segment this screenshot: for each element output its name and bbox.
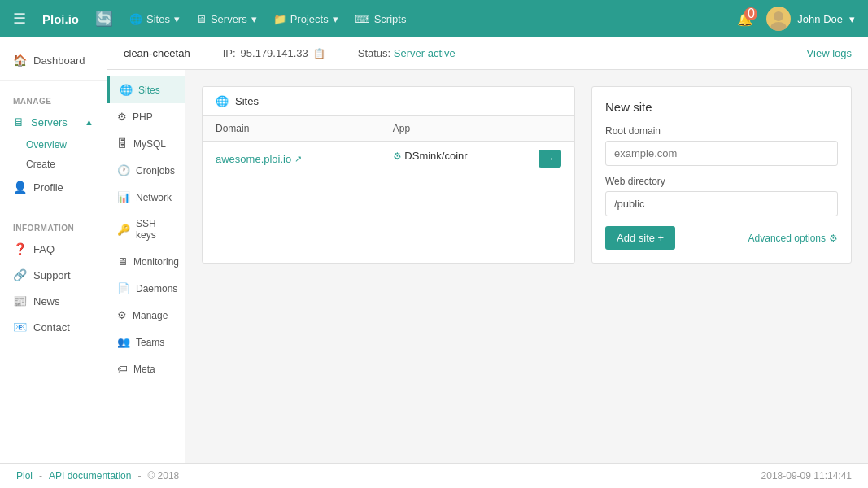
app-layout: 🏠 Dashboard MANAGE 🖥 Servers ▲ Overview … bbox=[0, 37, 868, 488]
sidebar-servers-label: Servers bbox=[31, 116, 68, 129]
advanced-options-link[interactable]: Advanced options ⚙ bbox=[748, 233, 838, 244]
footer: Ploi - API documentation - © 2018 2018-0… bbox=[0, 463, 868, 488]
server-nav-network[interactable]: 📊 Network bbox=[107, 184, 185, 211]
app-cell: ⚙ DSmink/coinr → bbox=[380, 142, 574, 176]
brand-name: Ploi.io bbox=[42, 12, 79, 26]
web-directory-group: Web directory bbox=[605, 176, 838, 216]
sidebar-item-contact[interactable]: 📧 Contact bbox=[0, 314, 107, 340]
footer-ploi-link[interactable]: Ploi bbox=[16, 470, 33, 481]
sites-header-icon: 🌐 bbox=[216, 95, 229, 107]
navbar-right: 🔔 0 John Doe ▾ bbox=[737, 7, 855, 31]
sidebar-subitem-create[interactable]: Create bbox=[0, 155, 107, 174]
main-panel: clean-cheetah IP: 95.179.141.33 📋 Status… bbox=[107, 37, 868, 488]
cronjobs-icon: 🕐 bbox=[117, 164, 130, 176]
server-nav-daemons[interactable]: 📄 Daemons bbox=[107, 275, 185, 302]
nav-scripts[interactable]: ⌨ Scripts bbox=[355, 13, 407, 25]
dashboard-icon: 🏠 bbox=[13, 54, 27, 67]
server-nav-ssh-keys[interactable]: 🔑 SSH keys bbox=[107, 211, 185, 248]
external-link-icon: ↗ bbox=[294, 154, 302, 164]
sidebar-subitem-overview[interactable]: Overview bbox=[0, 135, 107, 155]
footer-links: Ploi - API documentation - © 2018 bbox=[16, 470, 179, 481]
add-site-button[interactable]: Add site + bbox=[605, 226, 675, 250]
sidebar-faq-label: FAQ bbox=[33, 243, 55, 255]
sidebar-item-profile[interactable]: 👤 Profile bbox=[0, 174, 107, 200]
monitoring-icon: 🖥 bbox=[117, 255, 128, 268]
form-actions: Add site + Advanced options ⚙ bbox=[605, 226, 838, 250]
site-domain: awesome.ploi.io bbox=[216, 153, 291, 165]
sidebar-item-faq[interactable]: ❓ FAQ bbox=[0, 236, 107, 262]
sites-table: Domain App awesome.ploi.io ↗ bbox=[203, 116, 574, 176]
app-column-header: App bbox=[380, 116, 574, 142]
domain-column-header: Domain bbox=[203, 116, 380, 142]
status-value: Server active bbox=[394, 47, 456, 59]
sidebar-item-dashboard[interactable]: 🏠 Dashboard bbox=[0, 47, 107, 73]
sidebar: 🏠 Dashboard MANAGE 🖥 Servers ▲ Overview … bbox=[0, 37, 107, 488]
sidebar-profile-label: Profile bbox=[33, 181, 63, 194]
server-nav-manage[interactable]: ⚙ Manage bbox=[107, 302, 185, 329]
sidebar-divider-2 bbox=[0, 207, 107, 207]
root-domain-input[interactable] bbox=[605, 141, 838, 166]
sites-nav-icon: 🌐 bbox=[120, 84, 133, 96]
ssh-keys-icon: 🔑 bbox=[117, 224, 130, 236]
new-site-form: New site Root domain Web directory Add s… bbox=[591, 86, 852, 264]
app-icon: ⚙ bbox=[393, 150, 402, 162]
chevron-down-icon: ▾ bbox=[333, 13, 338, 25]
go-button[interactable]: → bbox=[539, 150, 561, 168]
server-nav-cronjobs[interactable]: 🕐 Cronjobs bbox=[107, 157, 185, 184]
hamburger-icon[interactable]: ☰ bbox=[13, 10, 26, 28]
teams-icon: 👥 bbox=[117, 336, 130, 348]
server-nav-mysql[interactable]: 🗄 MySQL bbox=[107, 130, 185, 157]
main-content: 🌐 Sites ⚙ PHP 🗄 MySQL 🕐 Cronjobs 📊 bbox=[107, 70, 868, 488]
nav-servers[interactable]: 🖥 Servers ▾ bbox=[196, 13, 257, 25]
cronjobs-nav-label: Cronjobs bbox=[136, 165, 175, 176]
user-name: John Doe bbox=[797, 13, 843, 25]
ssh-keys-nav-label: SSH keys bbox=[136, 218, 175, 241]
sites-header: 🌐 Sites bbox=[203, 87, 574, 116]
sidebar-item-news[interactable]: 📰 News bbox=[0, 288, 107, 314]
sites-title: Sites bbox=[235, 95, 259, 107]
web-directory-input[interactable] bbox=[605, 191, 838, 216]
site-link[interactable]: awesome.ploi.io ↗ bbox=[216, 153, 367, 165]
footer-timestamp: 2018-09-09 11:14:41 bbox=[761, 470, 852, 481]
sidebar-contact-label: Contact bbox=[33, 321, 70, 333]
footer-api-docs-link[interactable]: API documentation bbox=[49, 470, 131, 481]
daemons-icon: 📄 bbox=[117, 282, 130, 294]
table-row: awesome.ploi.io ↗ ⚙ DSmink/coinr → bbox=[203, 142, 574, 176]
meta-nav-label: Meta bbox=[133, 364, 155, 375]
network-nav-label: Network bbox=[136, 192, 172, 203]
user-menu[interactable]: John Doe ▾ bbox=[766, 7, 855, 31]
contact-icon: 📧 bbox=[13, 320, 27, 333]
server-nav-monitoring[interactable]: 🖥 Monitoring bbox=[107, 248, 185, 275]
server-nav-teams[interactable]: 👥 Teams bbox=[107, 329, 185, 355]
sidebar-item-support[interactable]: 🔗 Support bbox=[0, 262, 107, 288]
servers-chevron-icon: ▲ bbox=[85, 117, 94, 127]
server-nav-php[interactable]: ⚙ PHP bbox=[107, 103, 185, 130]
server-nav-sites[interactable]: 🌐 Sites bbox=[107, 76, 185, 103]
nav-sites[interactable]: 🌐 Sites ▾ bbox=[129, 13, 180, 25]
server-ip: IP: 95.179.141.33 📋 bbox=[223, 47, 325, 59]
manage-icon: ⚙ bbox=[117, 309, 127, 321]
domain-cell: awesome.ploi.io ↗ bbox=[203, 142, 380, 176]
sites-table-section: 🌐 Sites Domain App bbox=[202, 86, 575, 264]
monitoring-nav-label: Monitoring bbox=[133, 256, 179, 268]
nav-projects[interactable]: 📁 Projects ▾ bbox=[273, 13, 338, 25]
new-site-title: New site bbox=[605, 100, 838, 114]
table-head: Domain App bbox=[203, 116, 574, 142]
view-logs-link[interactable]: View logs bbox=[807, 47, 852, 59]
php-icon: ⚙ bbox=[117, 111, 127, 123]
svg-point-1 bbox=[770, 22, 787, 31]
sidebar-item-servers[interactable]: 🖥 Servers ▲ bbox=[0, 109, 107, 135]
app-name: DSmink/coinr bbox=[404, 150, 467, 162]
mysql-nav-label: MySQL bbox=[133, 138, 166, 150]
profile-icon: 👤 bbox=[13, 181, 27, 194]
news-icon: 📰 bbox=[13, 294, 27, 307]
server-nav-meta[interactable]: 🏷 Meta bbox=[107, 355, 185, 382]
copy-icon[interactable]: 📋 bbox=[313, 48, 325, 59]
sidebar-support-label: Support bbox=[33, 269, 71, 281]
notifications-bell[interactable]: 🔔 0 bbox=[737, 11, 753, 27]
chevron-down-icon: ▾ bbox=[251, 13, 257, 25]
projects-icon: 📁 bbox=[273, 13, 286, 25]
advanced-options-label: Advanced options bbox=[748, 233, 826, 244]
refresh-icon: 🔄 bbox=[95, 10, 113, 28]
web-directory-label: Web directory bbox=[605, 176, 838, 187]
